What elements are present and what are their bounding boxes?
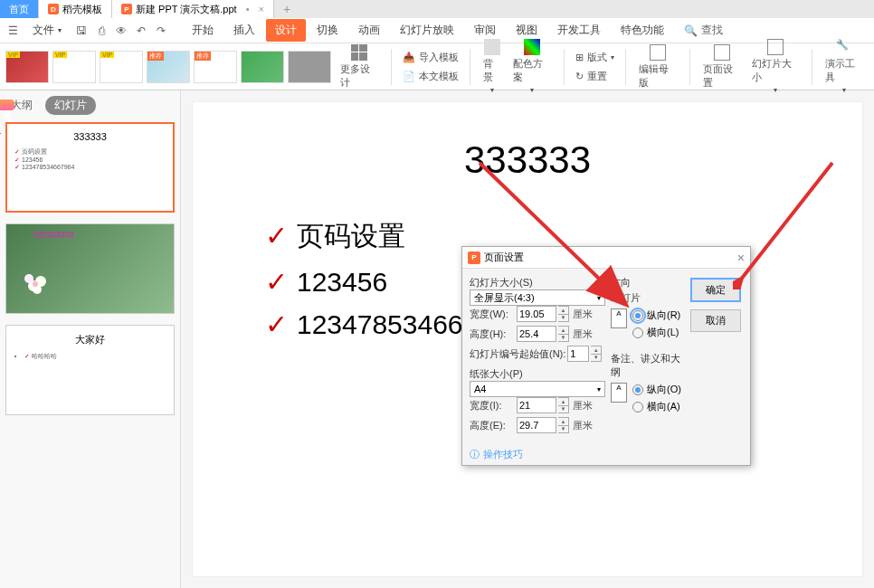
- flower-image: [15, 259, 70, 304]
- print-icon[interactable]: ⎙: [94, 24, 109, 38]
- template-thumb-3[interactable]: VIP: [100, 51, 143, 83]
- tab-bar: 首页 D稻壳模板 P新建 PPT 演示文稿.ppt•× +: [0, 0, 874, 18]
- height-input[interactable]: [517, 326, 556, 342]
- menu-animation[interactable]: 动画: [349, 19, 389, 42]
- thumb-list: 页码设置 123456 12347853466796​4: [14, 147, 166, 171]
- height-spinner[interactable]: ▲▼: [558, 326, 569, 342]
- help-icon: ⓘ: [470, 448, 480, 461]
- more-designs-button[interactable]: 更多设计: [335, 43, 384, 91]
- slide-size-button[interactable]: 幻灯片大小▾: [746, 37, 804, 96]
- reset-icon: ↻: [575, 71, 584, 82]
- search-label: 查找: [701, 23, 723, 38]
- redo-icon[interactable]: ↷: [154, 24, 168, 38]
- cancel-button[interactable]: 取消: [690, 309, 741, 332]
- dialog-body: 幻灯片大小(S) 全屏显示(4:3)▾ 宽度(W): ▲▼ 厘米 高度(H): …: [462, 269, 750, 444]
- template-thumb-1[interactable]: VIP: [5, 51, 49, 83]
- file-menu[interactable]: 文件▾: [25, 21, 69, 40]
- background-button[interactable]: 背景▾: [478, 37, 508, 96]
- menu-design[interactable]: 设计: [266, 19, 306, 42]
- slide-panel: 大纲 幻灯片 1 333333 页码设置 123456 123478534667…: [0, 90, 181, 588]
- menu-insert[interactable]: 插入: [224, 19, 264, 42]
- height-label: 高度(H):: [470, 327, 515, 341]
- radio-icon: [632, 402, 643, 413]
- slide-size-icon: [767, 39, 784, 55]
- slide-thumb-1[interactable]: 1 333333 页码设置 123456 12347853466796​4: [5, 122, 175, 213]
- background-icon: [484, 39, 500, 55]
- width-spinner[interactable]: ▲▼: [558, 306, 569, 322]
- menu-dev[interactable]: 开发工具: [548, 19, 610, 42]
- radio-landscape-a[interactable]: 横向(A): [632, 400, 681, 413]
- tab-file-label: 新建 PPT 演示文稿.ppt: [136, 3, 237, 16]
- menu-icon[interactable]: ☰: [5, 24, 20, 38]
- template-thumb-2[interactable]: VIP: [52, 51, 96, 83]
- template-thumb-7[interactable]: [288, 51, 331, 83]
- slide-thumb-2[interactable]: 2 222222222: [5, 223, 175, 314]
- this-template-button[interactable]: 📄本文模板: [399, 68, 462, 85]
- dot-icon: •: [246, 4, 250, 14]
- tab-close-icon[interactable]: ×: [259, 4, 264, 14]
- paper-height-label: 高度(E):: [470, 419, 515, 432]
- menu-bar: ☰ 文件▾ 🖫 ⎙ 👁 ↶ ↷ 开始 插入 设计 切换 动画 幻灯片放映 审阅 …: [0, 18, 874, 43]
- menu-transition[interactable]: 切换: [308, 19, 347, 42]
- thumb-title: 333333: [14, 131, 166, 142]
- paper-width-input[interactable]: [517, 397, 556, 413]
- help-link[interactable]: ⓘ操作技巧: [462, 444, 750, 465]
- tab-home[interactable]: 首页: [0, 0, 39, 18]
- undo-icon[interactable]: ↶: [134, 24, 148, 38]
- save-icon[interactable]: 🖫: [74, 24, 89, 38]
- tab-template[interactable]: D稻壳模板: [39, 0, 112, 18]
- template-thumb-5[interactable]: 推荐: [194, 51, 237, 83]
- chevron-down-icon: ▾: [597, 385, 601, 394]
- search-icon: 🔍: [684, 24, 698, 37]
- tools-icon: 🔧: [836, 39, 852, 55]
- unit-label: 厘米: [573, 419, 593, 432]
- palette-icon: [524, 39, 540, 55]
- slide-thumb-3[interactable]: 3 大家好 哈哈哈哈: [5, 325, 175, 415]
- layout-button[interactable]: ⊞版式▾: [572, 49, 618, 66]
- radio-portrait-o[interactable]: 纵向(O): [632, 383, 681, 396]
- orient-preview-icon: A: [611, 308, 627, 328]
- template-thumb-6[interactable]: [241, 51, 284, 83]
- quick-access-toolbar: ☰ 文件▾ 🖫 ⎙ 👁 ↶ ↷: [5, 21, 168, 40]
- template-thumb-4[interactable]: 推荐: [147, 51, 190, 83]
- paper-height-input[interactable]: [517, 417, 556, 433]
- radio-landscape-l[interactable]: 横向(L): [632, 326, 680, 339]
- dialog-titlebar[interactable]: P 页面设置 ×: [462, 247, 750, 269]
- dialog-right-column: 方向 幻灯片 A 纵向(R) 横向(L) 备注、讲义和大纲 A 纵向(O) 横向…: [605, 276, 687, 437]
- menu-features[interactable]: 特色功能: [612, 19, 673, 42]
- color-scheme-button[interactable]: 配色方案▾: [508, 37, 556, 96]
- start-num-input[interactable]: [567, 346, 589, 362]
- width-label: 宽度(W):: [470, 308, 515, 321]
- thumb-overlay-text: 222222222: [33, 230, 74, 239]
- start-num-spinner[interactable]: ▲▼: [591, 346, 602, 362]
- paper-size-label: 纸张大小(P): [470, 367, 605, 381]
- slide-size-label: 幻灯片大小(S): [470, 276, 605, 289]
- unit-label: 厘米: [573, 308, 593, 321]
- slide-number: 3: [0, 327, 1, 337]
- grid-icon: [351, 44, 367, 61]
- slide-size-select[interactable]: 全屏显示(4:3)▾: [470, 289, 605, 306]
- page-setup-button[interactable]: 页面设置: [698, 43, 746, 91]
- sidebar-tab-slides[interactable]: 幻灯片: [45, 96, 96, 115]
- slide-title[interactable]: 333333: [193, 138, 862, 182]
- edit-master-button[interactable]: 编辑母版: [633, 43, 682, 91]
- radio-portrait-r[interactable]: 纵向(R): [632, 308, 680, 322]
- doc-icon: 📄: [403, 71, 415, 82]
- magic-ad-tab[interactable]: 魔法: [0, 100, 14, 110]
- orientation-label: 方向: [611, 276, 687, 289]
- present-tools-button[interactable]: 🔧演示工具▾: [820, 37, 869, 96]
- tab-add-button[interactable]: +: [274, 2, 299, 16]
- import-template-button[interactable]: 📥导入模板: [399, 49, 462, 66]
- width-input[interactable]: [517, 306, 556, 322]
- close-icon[interactable]: ×: [737, 251, 745, 265]
- paper-width-spinner[interactable]: ▲▼: [558, 397, 569, 413]
- menu-slideshow[interactable]: 幻灯片放映: [391, 19, 463, 42]
- preview-icon[interactable]: 👁: [114, 24, 128, 38]
- paper-height-spinner[interactable]: ▲▼: [558, 417, 569, 433]
- tab-file[interactable]: P新建 PPT 演示文稿.ppt•×: [112, 0, 274, 18]
- ok-button[interactable]: 确定: [690, 278, 741, 302]
- paper-size-select[interactable]: A4▾: [470, 381, 605, 397]
- reset-button[interactable]: ↻重置: [572, 68, 618, 85]
- search-box[interactable]: 🔍查找: [684, 23, 723, 38]
- menu-start[interactable]: 开始: [183, 19, 223, 42]
